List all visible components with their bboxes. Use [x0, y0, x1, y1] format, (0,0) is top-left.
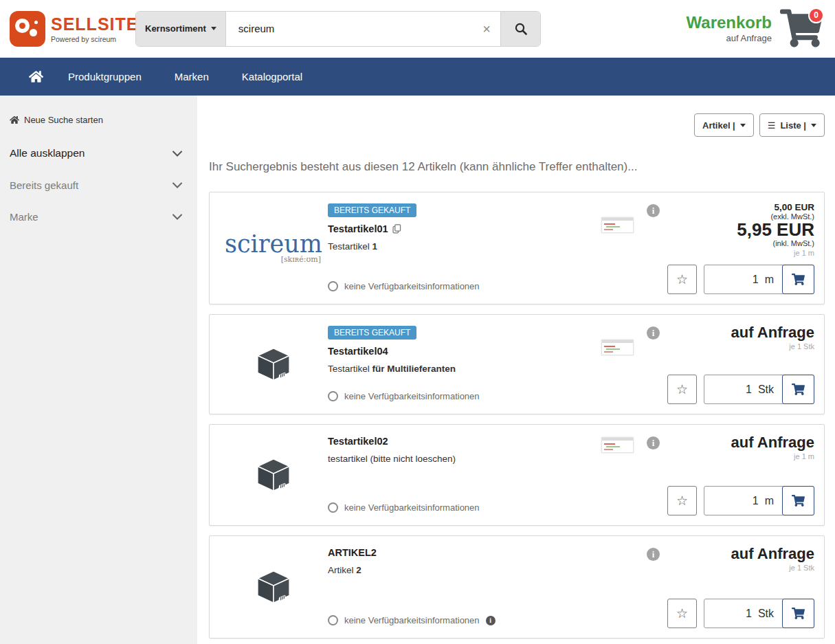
favorite-button[interactable]: ☆ — [667, 375, 697, 404]
product-image[interactable]: scireum [skɪʀé:ʊm] — [219, 202, 328, 294]
star-icon: ☆ — [676, 381, 688, 397]
package-box-icon — [255, 570, 292, 604]
product-title[interactable]: ARTIKEL2 — [328, 547, 377, 558]
favorite-button[interactable]: ☆ — [667, 486, 697, 515]
home-icon — [29, 70, 43, 83]
info-icon[interactable]: i — [647, 436, 660, 449]
artikel-dropdown-button[interactable]: Artikel | — [694, 113, 754, 137]
availability-indicator-icon — [328, 391, 338, 401]
header: SELLSITE Powered by scireum Kernsortimen… — [0, 0, 835, 58]
product-card: scireum [skɪʀé:ʊm] BEREITS GEKAUFT Testa… — [209, 192, 825, 304]
per-unit-note: je 1 m — [731, 452, 814, 460]
cart-label: Warenkorb — [687, 14, 772, 32]
chevron-down-icon — [811, 124, 816, 127]
nav-item-marken[interactable]: Marken — [158, 71, 225, 82]
star-icon: ☆ — [676, 493, 688, 509]
chevron-down-icon — [740, 124, 746, 127]
cart-count-badge: 0 — [808, 8, 824, 23]
filter-marke[interactable]: Marke — [8, 211, 189, 223]
per-unit-note: je 1 Stk — [731, 342, 814, 351]
nav-item-produktgruppen[interactable]: Produktgruppen — [52, 71, 158, 82]
quantity-group: m — [704, 486, 814, 515]
quantity-group: m — [704, 265, 814, 294]
product-thumbnail[interactable] — [601, 340, 634, 355]
product-title[interactable]: Testartikel01 — [328, 223, 388, 234]
add-to-cart-button[interactable] — [782, 265, 814, 294]
product-description: Testartikel für Multilieferanten — [328, 364, 601, 374]
clear-search-icon[interactable]: × — [482, 22, 491, 36]
quantity-unit: m — [765, 274, 774, 286]
filter-label: Bereits gekauft — [10, 179, 78, 191]
price-block: auf Anfrage je 1 Stk — [731, 546, 814, 572]
add-to-cart-button[interactable] — [782, 599, 814, 628]
cart-icon — [792, 608, 805, 619]
product-description: testartikel (bitte nicht loeschen) — [328, 454, 601, 464]
results-summary: Ihr Suchergebnis besteht aus diesen 12 A… — [209, 160, 825, 174]
sellsite-logo[interactable]: SELLSITE Powered by scireum — [10, 11, 126, 47]
product-card: ARTIKEL2 Artikel 2 keine Verfügbarkeitsi… — [209, 535, 825, 639]
search-bar: Kernsortiment × — [135, 11, 541, 47]
price-block: auf Anfrage je 1 Stk — [731, 324, 814, 351]
main-nav: Produktgruppen Marken Katalogportal — [0, 58, 835, 96]
search-input[interactable] — [226, 12, 500, 46]
product-image[interactable] — [219, 324, 328, 404]
search-button[interactable] — [500, 12, 540, 46]
star-icon: ☆ — [676, 606, 688, 621]
add-to-cart-button[interactable] — [782, 486, 814, 515]
quantity-input[interactable] — [731, 384, 752, 396]
cart-icon — [792, 384, 805, 395]
favorite-button[interactable]: ☆ — [667, 599, 697, 628]
price-on-request: auf Anfrage — [731, 324, 814, 341]
product-thumbnail[interactable] — [601, 437, 634, 453]
chevron-down-icon — [172, 151, 182, 157]
availability-indicator-icon — [328, 281, 338, 291]
product-image[interactable] — [219, 434, 328, 515]
quantity-unit: Stk — [758, 608, 774, 620]
availability-label: keine Verfügbarkeitsinformationen — [344, 391, 480, 401]
availability-info-icon[interactable]: i — [486, 616, 496, 625]
list-icon: ☰ — [768, 120, 776, 131]
quantity-input[interactable] — [738, 274, 759, 286]
home-icon — [10, 115, 19, 124]
brand-tagline: Powered by scireum — [51, 35, 138, 43]
copy-icon[interactable] — [392, 224, 401, 234]
chevron-down-icon — [172, 182, 182, 188]
product-image[interactable] — [219, 546, 328, 628]
product-title[interactable]: Testartikel02 — [328, 436, 388, 447]
filter-bereits-gekauft[interactable]: Bereits gekauft — [8, 179, 189, 191]
info-icon[interactable]: i — [647, 548, 660, 561]
nav-item-katalogportal[interactable]: Katalogportal — [225, 71, 319, 82]
product-title[interactable]: Testartikel04 — [328, 346, 388, 357]
availability-status: keine Verfügbarkeitsinformationen i — [328, 615, 601, 628]
expand-all-toggle[interactable]: Alle ausklappen — [8, 147, 189, 159]
price-incl-note: (inkl. MwSt.) — [737, 239, 814, 247]
star-icon: ☆ — [676, 271, 688, 287]
search-category-dropdown[interactable]: Kernsortiment — [136, 12, 226, 46]
availability-label: keine Verfügbarkeitsinformationen — [344, 281, 480, 291]
status-badge: BEREITS GEKAUFT — [328, 203, 416, 217]
scireum-logo-text: scireum — [225, 232, 322, 256]
nav-home-button[interactable] — [21, 70, 52, 83]
product-thumbnail[interactable] — [601, 217, 634, 233]
results-toolbar: Artikel | ☰ Liste | — [209, 113, 825, 137]
price-on-request: auf Anfrage — [731, 434, 814, 451]
quantity-input[interactable] — [738, 495, 759, 507]
cart-button[interactable]: Warenkorb auf Anfrage 0 — [687, 9, 823, 49]
cart-icon — [792, 495, 805, 507]
info-icon[interactable]: i — [647, 204, 660, 217]
new-search-link[interactable]: Neue Suche starten — [8, 115, 189, 125]
scireum-brand-logo: scireum [skɪʀé:ʊm] — [225, 232, 322, 264]
liste-view-dropdown-button[interactable]: ☰ Liste | — [759, 113, 825, 137]
new-search-label: Neue Suche starten — [24, 115, 103, 125]
product-card: Testartikel02 testartikel (bitte nicht l… — [209, 424, 825, 526]
price-block: auf Anfrage je 1 m — [731, 434, 814, 460]
chevron-down-icon — [211, 27, 216, 30]
info-icon[interactable]: i — [647, 326, 660, 340]
price-block: 5,00 EUR (exkl. MwSt.) 5,95 EUR (inkl. M… — [737, 202, 814, 257]
quantity-input[interactable] — [731, 608, 752, 620]
search-category-label: Kernsortiment — [145, 23, 206, 34]
add-to-cart-button[interactable] — [782, 375, 814, 404]
availability-status: keine Verfügbarkeitsinformationen — [328, 281, 601, 294]
favorite-button[interactable]: ☆ — [667, 265, 697, 294]
quantity-group: Stk — [704, 375, 814, 404]
